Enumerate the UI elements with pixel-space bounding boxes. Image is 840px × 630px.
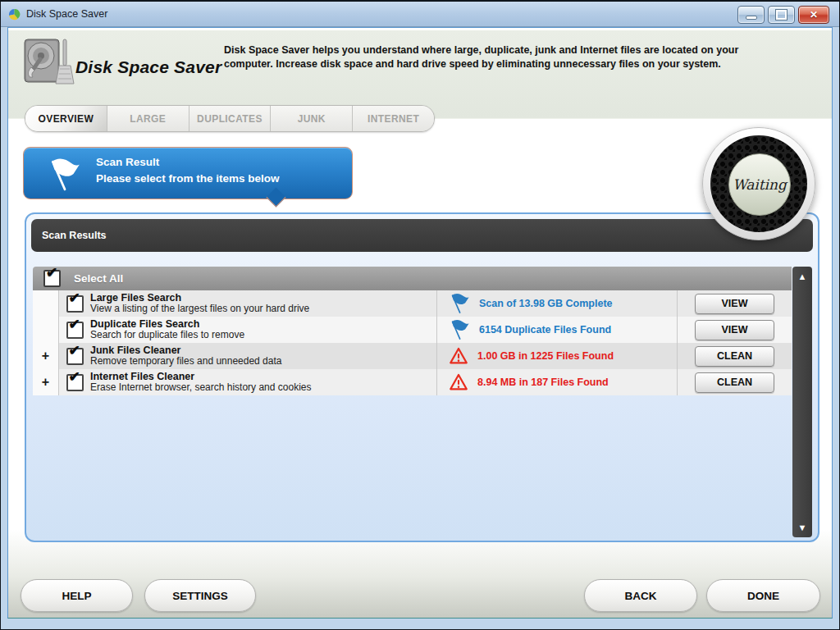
select-all-header: ✔ Select All	[33, 267, 792, 290]
status-badge-label: Waiting	[728, 153, 791, 216]
clean-button[interactable]: CLEAN	[695, 372, 774, 393]
row-title: Junk Files Cleaner	[90, 345, 436, 356]
close-button[interactable]: ✕	[798, 6, 829, 24]
row-action-cell: VIEW	[677, 290, 792, 317]
row-title: Internet Files Cleaner	[90, 371, 436, 382]
row-status: 1.00 GB in 1225 Files Found	[436, 343, 677, 369]
warning-icon	[449, 372, 468, 392]
tab-bar: OVERVIEW LARGE DUPLICATES JUNK INTERNET	[25, 105, 435, 132]
checkmark-icon: ✔	[69, 317, 80, 331]
row-details: Duplicate Files Search Search for duplic…	[90, 317, 436, 343]
checkbox-cell: ✔	[59, 343, 90, 369]
select-all-label: Select All	[74, 272, 123, 285]
expander-plus[interactable]: +	[33, 369, 59, 395]
tab-overview[interactable]: OVERVIEW	[25, 106, 107, 131]
row-details: Junk Files Cleaner Remove temporary file…	[90, 343, 436, 369]
app-title: Disk Space Saver	[75, 57, 221, 77]
checkbox-cell: ✔	[59, 369, 90, 395]
select-all-checkbox[interactable]: ✔	[43, 270, 61, 287]
tab-large[interactable]: LARGE	[107, 106, 189, 131]
close-icon: ✕	[810, 10, 818, 20]
list-item: + ✔ Internet Files Cleaner Erase Interne…	[33, 369, 792, 395]
clean-button[interactable]: CLEAN	[695, 346, 774, 367]
results-list: ✔ Select All ✔ Large Files Search View	[33, 267, 812, 537]
status-text: Scan of 13.98 GB Complete	[479, 298, 613, 309]
view-button[interactable]: VIEW	[695, 320, 774, 340]
status-text: 1.00 GB in 1225 Files Found	[477, 350, 614, 362]
tab-junk[interactable]: JUNK	[271, 106, 353, 131]
row-details: Large Files Search View a listing of the…	[90, 290, 436, 317]
window-frame: Disk Space Saver Disk Space Saver helps …	[1, 27, 839, 629]
help-button[interactable]: HELP	[21, 579, 133, 612]
list-item: + ✔ Junk Files Cleaner Remove temporary …	[33, 343, 792, 369]
client-area: Disk Space Saver Disk Space Saver helps …	[7, 27, 833, 619]
row-subtitle: Search for duplicate files to remove	[90, 330, 436, 341]
checkbox-cell: ✔	[59, 317, 90, 343]
tab-internet[interactable]: INTERNET	[353, 106, 434, 131]
callout-subtitle: Please select from the items below	[96, 172, 280, 185]
list-item: ✔ Duplicate Files Search Search for dupl…	[33, 317, 792, 343]
scan-result-callout: Scan Result Please select from the items…	[23, 147, 353, 199]
checkmark-icon: ✔	[46, 266, 57, 280]
results-list-content: ✔ Select All ✔ Large Files Search View	[33, 267, 792, 395]
row-checkbox[interactable]: ✔	[66, 348, 84, 365]
row-title: Duplicate Files Search	[90, 318, 436, 330]
checkmark-icon: ✔	[69, 370, 80, 384]
tab-duplicates[interactable]: DUPLICATES	[189, 106, 272, 131]
status-text: 8.94 MB in 187 Files Found	[477, 377, 609, 388]
status-text: 6154 Duplicate Files Found	[479, 324, 611, 336]
minimize-button[interactable]	[737, 6, 765, 24]
back-button[interactable]: BACK	[584, 579, 697, 612]
status-badge: Waiting	[702, 127, 815, 240]
expander-cell	[33, 290, 59, 317]
window-controls: ✕	[737, 6, 829, 24]
callout-title: Scan Result	[96, 156, 159, 168]
row-details: Internet Files Cleaner Erase Internet br…	[90, 369, 436, 395]
checkbox-cell: ✔	[59, 290, 90, 317]
window-title: Disk Space Saver	[26, 8, 107, 20]
app-description: Disk Space Saver helps you understand wh…	[224, 43, 739, 71]
expander-cell	[33, 317, 59, 343]
minimize-icon	[746, 16, 757, 20]
scroll-down-icon[interactable]: ▼	[792, 523, 812, 532]
scan-results-panel: Scan Results ✔ Select All ✔	[25, 212, 819, 542]
checkmark-icon: ✔	[69, 291, 80, 305]
checkmark-icon: ✔	[69, 344, 80, 358]
hard-drive-broom-icon	[23, 38, 75, 87]
warning-icon	[449, 346, 468, 366]
restore-icon	[776, 10, 787, 20]
flag-icon	[449, 293, 470, 314]
done-button[interactable]: DONE	[706, 579, 820, 612]
restore-button[interactable]	[768, 6, 795, 24]
row-status: 6154 Duplicate Files Found	[436, 317, 677, 343]
panel-title: Scan Results	[31, 219, 813, 252]
scroll-up-icon[interactable]: ▲	[792, 272, 812, 281]
app-logo-icon	[8, 8, 21, 21]
row-status: 8.94 MB in 187 Files Found	[436, 369, 677, 395]
settings-button[interactable]: SETTINGS	[144, 579, 256, 612]
row-checkbox[interactable]: ✔	[66, 295, 84, 313]
row-subtitle: Remove temporary files and unneeded data	[90, 356, 436, 368]
vertical-scrollbar[interactable]: ▲ ▼	[792, 267, 812, 537]
row-title: Large Files Search	[90, 292, 436, 304]
titlebar: Disk Space Saver ✕	[1, 2, 839, 27]
row-status: Scan of 13.98 GB Complete	[436, 290, 677, 317]
flag-icon	[47, 158, 81, 192]
view-button[interactable]: VIEW	[695, 294, 774, 314]
row-checkbox[interactable]: ✔	[66, 374, 84, 391]
row-subtitle: View a listing of the largest files on y…	[90, 304, 436, 315]
row-action-cell: CLEAN	[677, 369, 792, 395]
row-subtitle: Erase Internet browser, search history a…	[90, 382, 436, 394]
row-action-cell: VIEW	[677, 317, 792, 343]
flag-icon	[449, 319, 470, 340]
expander-plus[interactable]: +	[33, 343, 59, 369]
list-item: ✔ Large Files Search View a listing of t…	[33, 290, 792, 317]
row-action-cell: CLEAN	[677, 343, 792, 369]
app-window: Disk Space Saver ✕ Disk Space	[0, 0, 840, 630]
row-checkbox[interactable]: ✔	[66, 322, 84, 339]
